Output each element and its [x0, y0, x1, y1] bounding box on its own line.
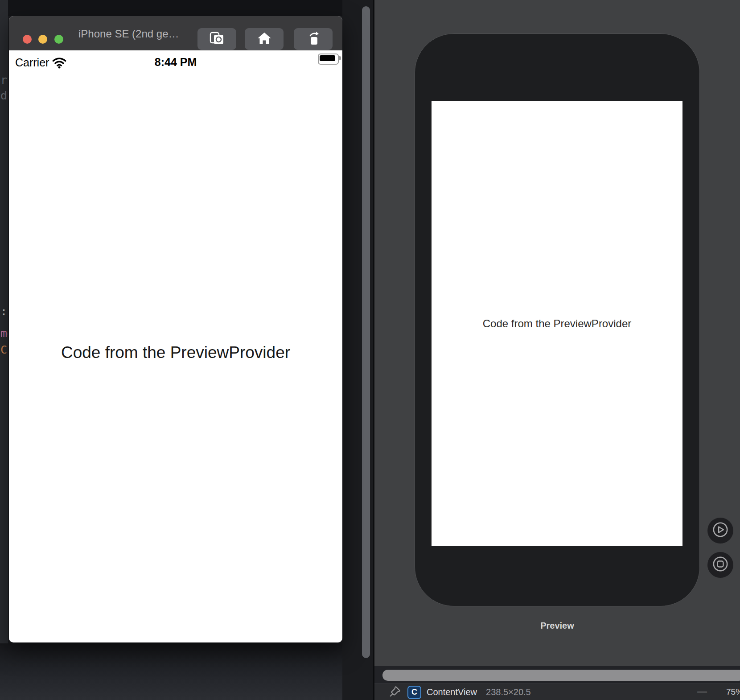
rotate-button[interactable]	[294, 28, 333, 50]
minimize-window-button[interactable]	[38, 35, 47, 44]
screenshot-camera-icon	[210, 32, 225, 47]
canvas-bottom-bar: C ContentView 238.5×20.5 — 75%	[374, 684, 740, 700]
battery-fill	[320, 55, 335, 61]
preview-label: Preview	[415, 621, 700, 631]
live-preview-button[interactable]	[707, 518, 733, 544]
simulator-window-title: iPhone SE (2nd ge…	[78, 16, 179, 50]
live-preview-play-icon	[711, 520, 730, 541]
home-button[interactable]	[245, 28, 284, 50]
pushpin-icon[interactable]	[389, 685, 401, 700]
code-editor-edge: rt dr : me Cc	[0, 0, 8, 644]
battery-nub	[339, 56, 341, 60]
screenshot-button[interactable]	[197, 28, 236, 50]
preview-canvas: Code from the PreviewProvider Preview	[374, 0, 740, 700]
code-fragment: Cc	[0, 343, 8, 356]
view-name-label[interactable]: ContentView	[427, 687, 477, 697]
view-dimensions-label: 238.5×20.5	[486, 687, 531, 697]
preview-on-device-icon	[711, 554, 730, 576]
code-fragment: :	[0, 305, 8, 318]
code-fragment: dr	[0, 89, 8, 102]
status-time: 8:44 PM	[9, 56, 342, 69]
background-top-strip	[0, 0, 374, 16]
home-icon	[257, 32, 272, 47]
ios-status-bar: Carrier 8:44 PM	[9, 50, 342, 75]
editor-vertical-scrollbar[interactable]	[362, 6, 370, 658]
close-window-button[interactable]	[23, 35, 32, 44]
canvas-hscroll-thumb[interactable]	[382, 670, 740, 681]
preview-screen-text: Code from the PreviewProvider	[432, 317, 682, 330]
preview-on-device-button[interactable]	[707, 552, 733, 578]
battery-icon	[318, 54, 339, 65]
canvas-hscroll-track	[374, 666, 740, 684]
zoom-window-button[interactable]	[54, 35, 63, 44]
simulator-window: iPhone SE (2nd ge…	[9, 16, 342, 642]
zoom-out-button[interactable]: —	[697, 686, 707, 697]
simulator-titlebar[interactable]: iPhone SE (2nd ge…	[9, 16, 342, 51]
background-below-window	[0, 643, 374, 700]
rotate-device-icon	[306, 31, 321, 47]
preview-device-screen[interactable]: Code from the PreviewProvider	[432, 101, 682, 546]
struct-type-badge[interactable]: C	[407, 686, 421, 699]
simulator-screen-text: Code from the PreviewProvider	[9, 343, 342, 362]
code-fragment: me	[0, 327, 8, 340]
zoom-level-label[interactable]: 75%	[726, 687, 740, 697]
code-fragment: rt	[0, 74, 8, 86]
